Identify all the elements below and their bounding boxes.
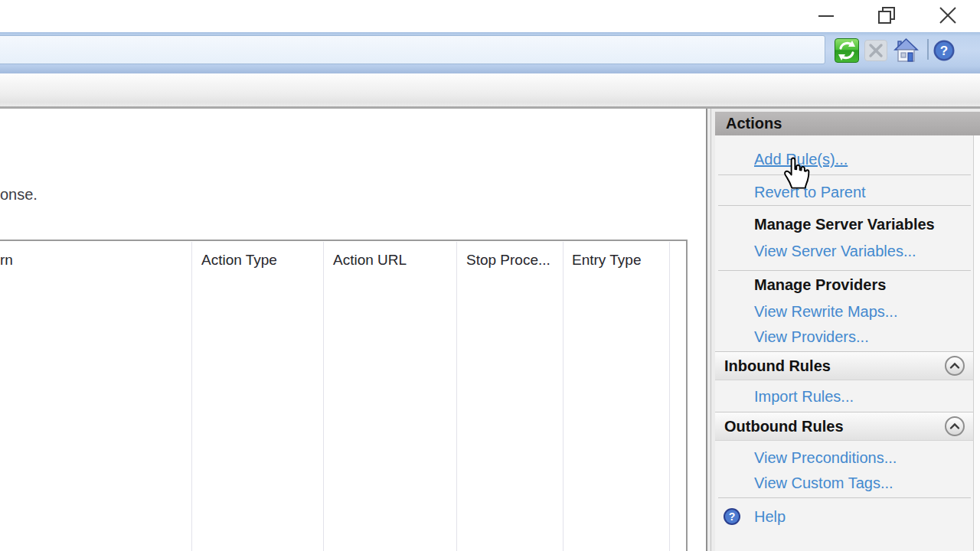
column-divider (456, 242, 457, 551)
chevron-up-icon (949, 422, 961, 431)
collapse-outbound-rules-button[interactable] (945, 416, 965, 436)
action-import-rules[interactable]: Import Rules... (754, 386, 854, 406)
column-divider (191, 242, 192, 551)
help-icon: ? (933, 39, 956, 62)
chevron-up-icon (949, 361, 961, 370)
action-view-server-variables[interactable]: View Server Variables... (754, 241, 916, 261)
column-header-action-url[interactable]: Action URL (333, 252, 407, 269)
action-view-providers[interactable]: View Providers... (754, 327, 869, 347)
toolbar: ? (0, 32, 980, 73)
close-icon (938, 5, 958, 25)
actions-panel-title: Actions (726, 115, 782, 132)
address-bar[interactable] (0, 35, 825, 64)
restore-button[interactable] (876, 5, 897, 25)
titlebar (0, 0, 980, 32)
column-header-stop-processing[interactable]: Stop Proce... (466, 252, 550, 269)
close-button[interactable] (937, 5, 959, 26)
column-divider (563, 242, 564, 551)
column-header-pattern-truncated[interactable]: rn (0, 252, 13, 269)
iis-manager-window: ? onse. rn Action Type Action URL Stop P… (0, 0, 980, 551)
hand-pointer-icon (781, 155, 810, 190)
action-view-custom-tags[interactable]: View Custom Tags... (754, 473, 893, 493)
action-help[interactable]: Help (754, 507, 786, 527)
group-title-manage-providers: Manage Providers (754, 275, 886, 295)
column-header-action-type[interactable]: Action Type (201, 252, 277, 269)
address-input[interactable] (0, 36, 825, 64)
column-divider (669, 242, 670, 551)
feature-view-header-strip (0, 73, 980, 109)
minimize-icon (817, 8, 835, 24)
stop-button-disabled (864, 40, 887, 61)
refresh-button[interactable] (835, 38, 859, 63)
action-view-preconditions[interactable]: View Preconditions... (754, 448, 897, 468)
help-row[interactable]: ? (723, 507, 741, 526)
stop-x-icon (865, 41, 887, 60)
refresh-icon (835, 39, 858, 62)
help-icon: ? (723, 507, 741, 526)
section-title-inbound-rules: Inbound Rules (724, 356, 831, 376)
actions-separator (718, 270, 971, 271)
group-title-manage-server-variables: Manage Server Variables (754, 214, 935, 234)
feature-description-fragment: onse. (0, 186, 38, 204)
hand-pointer-cursor (781, 155, 810, 190)
minimize-button[interactable] (815, 8, 838, 24)
action-view-rewrite-maps[interactable]: View Rewrite Maps... (754, 302, 897, 321)
rules-table-top-border (0, 240, 688, 241)
actions-separator (718, 497, 971, 498)
restore-icon (877, 5, 897, 25)
actions-panel-header: Actions (715, 112, 980, 135)
home-button[interactable] (893, 37, 919, 64)
toolbar-help-button[interactable]: ? (933, 39, 956, 62)
home-icon (893, 37, 919, 64)
svg-text:?: ? (940, 44, 948, 58)
toolbar-separator (927, 39, 929, 60)
section-title-outbound-rules: Outbound Rules (724, 416, 844, 436)
actions-separator (718, 205, 971, 206)
panel-divider (710, 109, 711, 551)
column-header-entry-type[interactable]: Entry Type (572, 252, 641, 269)
feature-view-panel (0, 109, 707, 551)
svg-text:?: ? (729, 510, 736, 523)
actions-separator (718, 174, 971, 175)
rules-table-right-border (686, 240, 688, 551)
actions-scrollbar-track[interactable] (973, 135, 980, 551)
column-divider (323, 242, 324, 551)
collapse-inbound-rules-button[interactable] (945, 356, 965, 376)
